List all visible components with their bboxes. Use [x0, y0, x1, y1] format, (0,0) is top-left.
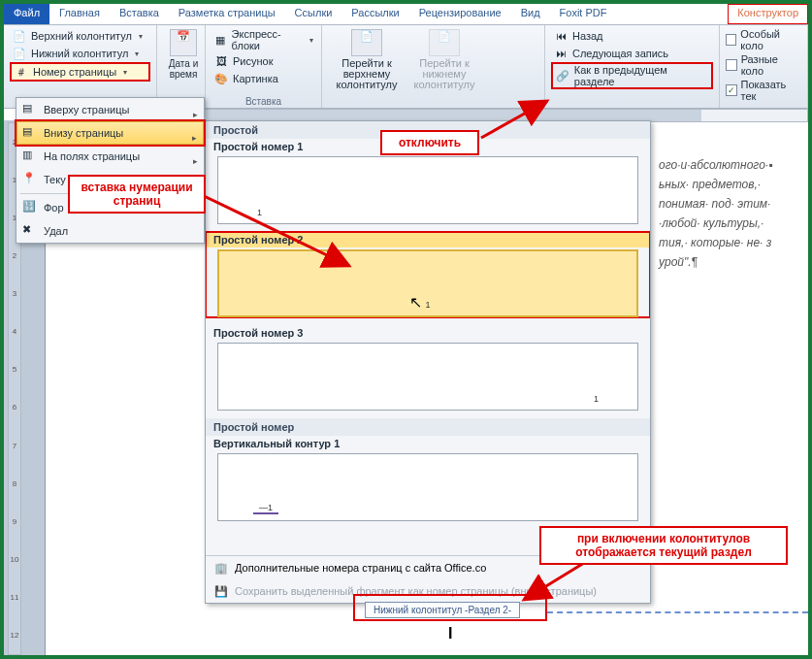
mouse-cursor-icon: ↖ [409, 293, 422, 312]
tab-review[interactable]: Рецензирование [409, 4, 511, 24]
callout-footer-info: при включении колонтитулов отображается … [539, 526, 788, 565]
checkbox-checked-icon: ✓ [726, 84, 737, 96]
save-icon: 💾 [213, 583, 229, 599]
checkbox-icon [726, 34, 736, 46]
callout-disable: отключить [380, 130, 479, 155]
format-icon: 🔢 [22, 200, 38, 215]
group-options: Особый коло Разные коло ✓Показать тек [720, 25, 808, 108]
tab-view[interactable]: Вид [511, 4, 550, 24]
menu-remove-page-numbers[interactable]: ✖Удал [16, 219, 204, 243]
tab-mailings[interactable]: Рассылки [341, 4, 408, 24]
calendar-icon: 📅 [170, 29, 197, 56]
tab-file[interactable]: Файл [4, 4, 49, 24]
goto-footer-icon: 📄 [429, 29, 460, 56]
callout-insert-numbering: вставка нумерации страниц [68, 175, 206, 214]
office-icon: 🏢 [213, 560, 229, 576]
group-links: ⏮Назад ⏭Следующая запись 🔗Как в предыдущ… [545, 25, 720, 108]
current-pos-icon: 📍 [22, 172, 38, 187]
page-top-icon: ▤ [22, 102, 38, 117]
different-odd-even-checkbox[interactable]: Разные коло [726, 52, 801, 78]
tab-home[interactable]: Главная [49, 4, 110, 24]
clipart-icon: 🎨 [213, 71, 229, 86]
goto-header-button[interactable]: 📄 Перейти к верхнему колонтитулу [328, 27, 406, 92]
footer-boundary-line [547, 611, 808, 613]
footer-icon: 📄 [12, 46, 27, 61]
group-datetime: 📅 Дата и время [157, 25, 206, 108]
group-insert: ▦Экспресс-блоки 🖼Рисунок 🎨Картинка Встав… [206, 25, 322, 108]
header-button[interactable]: 📄Верхний колонтитул [10, 27, 150, 45]
footer-button[interactable]: 📄Нижний колонтитул [10, 45, 150, 62]
show-text-checkbox[interactable]: ✓Показать тек [726, 78, 801, 103]
tab-constructor[interactable]: Конструктор [728, 4, 808, 24]
gallery-item-4[interactable]: Вертикальный контур 1 —1 [206, 436, 650, 521]
group-insert-label: Вставка [211, 96, 315, 107]
group-navigation: 📄 Перейти к верхнему колонтитулу 📄 Перей… [322, 25, 545, 108]
checkbox-icon [726, 59, 737, 71]
ribbon-tabs: Файл Главная Вставка Разметка страницы С… [4, 4, 808, 25]
menu-page-margins[interactable]: ▥На полях страницы [16, 145, 204, 168]
tab-pagelayout[interactable]: Разметка страницы [169, 4, 285, 24]
footer-section-highlight [353, 594, 547, 621]
back-button[interactable]: ⏮Назад [551, 27, 713, 45]
page-margins-icon: ▥ [22, 148, 38, 164]
next-icon: ⏭ [553, 46, 568, 61]
clipart-button[interactable]: 🎨Картинка [211, 70, 315, 87]
datetime-button[interactable]: 📅 Дата и время [163, 27, 204, 82]
link-previous-button[interactable]: 🔗Как в предыдущем разделе [551, 62, 713, 89]
goto-header-icon: 📄 [351, 29, 382, 56]
special-first-checkbox[interactable]: Особый коло [726, 27, 801, 52]
page-number-button[interactable]: #️Номер страницы [10, 62, 150, 82]
picture-button[interactable]: 🖼Рисунок [211, 52, 315, 70]
gallery-section-simple-number: Простой номер [206, 418, 650, 436]
link-icon: 🔗 [555, 68, 570, 83]
goto-footer-button[interactable]: 📄 Перейти к нижнему колонтитулу [406, 27, 483, 92]
header-icon: 📄 [12, 28, 27, 44]
group-header-footer: 📄Верхний колонтитул 📄Нижний колонтитул #… [4, 25, 157, 108]
back-icon: ⏮ [553, 28, 568, 44]
gallery-item-3[interactable]: Простой номер 3 1 [206, 325, 650, 411]
menu-bottom-of-page[interactable]: ▤Внизу страницы [16, 121, 204, 145]
blocks-icon: ▦ [213, 32, 228, 48]
page-number-menu: ▤Вверху страницы ▤Внизу страницы ▥На пол… [16, 97, 205, 244]
tab-foxit[interactable]: Foxit PDF [550, 4, 617, 24]
document-text: ого·и·абсолютного·▪ ьных· предметов,· по… [659, 155, 804, 272]
page-number-icon: #️ [14, 64, 29, 80]
page-bottom-icon: ▤ [22, 125, 38, 141]
picture-icon: 🖼 [213, 53, 229, 69]
next-record-button[interactable]: ⏭Следующая запись [551, 45, 713, 62]
express-blocks-button[interactable]: ▦Экспресс-блоки [211, 27, 315, 52]
tab-insert[interactable]: Вставка [110, 4, 169, 24]
menu-top-of-page[interactable]: ▤Вверху страницы [16, 98, 204, 121]
remove-icon: ✖ [22, 223, 38, 239]
tab-references[interactable]: Ссылки [285, 4, 342, 24]
text-cursor-icon: I [448, 625, 452, 643]
gallery-item-2[interactable]: Простой номер 2 1 [206, 232, 650, 317]
